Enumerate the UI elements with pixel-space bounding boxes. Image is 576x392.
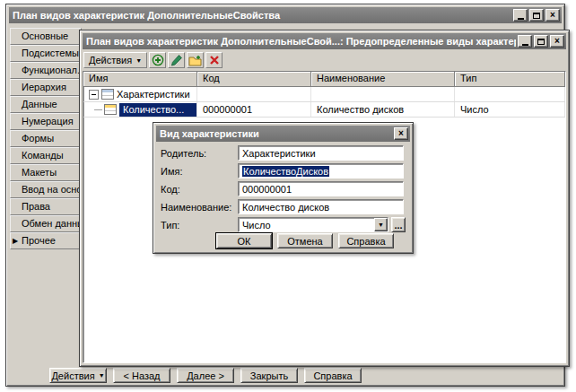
minimize-button[interactable] [513, 9, 528, 22]
item-description-cell[interactable]: Количество дисков [311, 102, 455, 117]
toolbar-actions-button[interactable]: Действия ▼ [83, 52, 147, 68]
main-window-title: План видов характеристик ДополнительныеС… [13, 10, 511, 21]
help-button[interactable]: Справка [338, 233, 394, 248]
name-field[interactable]: КоличествоДисков [238, 163, 404, 179]
characteristic-kind-dialog: Вид характеристики × Родитель: Характери… [153, 122, 414, 254]
tab-item[interactable]: Данные [10, 96, 82, 113]
code-field-label: Код: [161, 184, 231, 195]
item-name-cell[interactable]: Количество... [83, 102, 197, 117]
screen: План видов характеристик ДополнительныеС… [0, 0, 576, 392]
tab-item[interactable]: Подсистемы [10, 45, 82, 62]
group-code-cell[interactable] [197, 87, 311, 101]
tab-item[interactable]: Команды [10, 147, 82, 164]
tab-item[interactable]: Основные [10, 28, 82, 45]
item-code-cell[interactable]: 000000001 [197, 102, 311, 117]
dialog-title: Вид характеристики [160, 128, 392, 139]
dialog-close-button[interactable]: × [394, 127, 408, 140]
description-field-row: Наименование: Количество дисков [161, 199, 406, 214]
maximize-button[interactable] [529, 9, 544, 22]
actions-button-label: Действия [51, 370, 94, 381]
tree-connector [94, 109, 102, 110]
column-header-description[interactable]: Наименование [311, 72, 455, 87]
type-choose-button[interactable]: ... [391, 217, 406, 232]
selected-tab-arrow-icon: ▶ [13, 237, 18, 246]
tab-item[interactable]: Функционал... [10, 62, 82, 79]
selected-item-name[interactable]: Количество... [119, 103, 196, 117]
column-header-type[interactable]: Тип [455, 72, 565, 87]
type-field-row: Тип: Число ▼ ... [161, 217, 406, 232]
table-header: Имя Код Наименование Тип [83, 72, 565, 87]
table-row-group[interactable]: Характеристики [83, 87, 565, 102]
minimize-icon [522, 44, 528, 46]
parent-field[interactable]: Характеристики [238, 145, 404, 161]
name-field-label: Имя: [161, 166, 231, 177]
tab-column: Основные Подсистемы Функционал... Иерарх… [10, 28, 82, 249]
next-button[interactable]: Далее > [177, 368, 234, 383]
type-combobox[interactable]: Число ▼ [238, 217, 388, 232]
code-field-row: Код: 000000001 [161, 181, 406, 196]
minimize-button[interactable] [518, 35, 532, 48]
group-type-cell[interactable] [455, 87, 565, 101]
group-name-cell[interactable]: Характеристики [83, 87, 197, 101]
maximize-icon [533, 13, 540, 19]
parent-field-row: Родитель: Характеристики [161, 145, 406, 161]
back-button[interactable]: < Назад [113, 368, 170, 383]
type-dropdown-button[interactable]: ▼ [374, 218, 388, 231]
maximize-icon [537, 39, 545, 45]
group-description-cell[interactable] [311, 87, 455, 101]
tab-item-selected[interactable]: ▶ Прочее [10, 232, 82, 249]
close-icon: × [550, 11, 555, 20]
actions-button[interactable]: Действия ▼ [49, 368, 107, 383]
pencil-icon [170, 54, 183, 66]
item-type-cell[interactable]: Число [455, 102, 565, 117]
code-field[interactable]: 000000001 [238, 181, 404, 196]
tab-item[interactable]: Обмен данны... [10, 215, 82, 232]
add-button[interactable] [149, 52, 166, 68]
tab-item[interactable]: Макеты [10, 164, 82, 181]
add-folder-icon [188, 55, 202, 66]
group-icon [101, 89, 114, 100]
tab-item[interactable]: Формы [10, 130, 82, 147]
description-field-label: Наименование: [161, 202, 231, 213]
dialog-button-bar: ОК Отмена Справка [216, 233, 394, 248]
description-field[interactable]: Количество дисков [238, 199, 404, 214]
column-header-code[interactable]: Код [197, 72, 311, 87]
close-icon: × [398, 129, 404, 138]
close-window-button[interactable]: Закрыть [240, 368, 298, 383]
main-window-titlebar[interactable]: План видов характеристик ДополнительныеС… [9, 7, 562, 23]
edit-button[interactable] [168, 52, 185, 68]
wizard-button-bar: Действия ▼ < Назад Далее > Закрыть Справ… [49, 368, 362, 383]
tab-item[interactable]: Иерархия [10, 79, 82, 96]
parent-field-label: Родитель: [161, 148, 231, 159]
tab-item[interactable]: Нумерация [10, 113, 82, 130]
column-header-name[interactable]: Имя [83, 72, 197, 87]
delete-button[interactable] [205, 52, 223, 68]
table-row-selected[interactable]: Количество... 000000001 Количество диско… [83, 102, 565, 118]
chevron-down-icon: ▼ [378, 222, 384, 228]
group-name-label: Характеристики [117, 89, 190, 100]
tab-item[interactable]: Ввод на осно... [10, 181, 82, 198]
dropdown-arrow-icon: ▼ [135, 57, 142, 64]
close-icon: × [554, 37, 560, 46]
cancel-button[interactable]: Отмена [277, 233, 333, 248]
maximize-button[interactable] [534, 35, 548, 48]
list-window-titlebar[interactable]: План видов характеристик ДополнительныеС… [83, 33, 566, 49]
list-toolbar: Действия ▼ [83, 51, 223, 69]
close-button[interactable]: × [550, 35, 564, 48]
toolbar-actions-label: Действия [89, 55, 132, 65]
add-group-button[interactable] [187, 52, 204, 68]
dropdown-arrow-icon: ▼ [99, 372, 105, 379]
dialog-titlebar[interactable]: Вид характеристики × [156, 126, 410, 142]
selected-text: КоличествоДисков [242, 166, 329, 177]
tab-item-label: Прочее [22, 235, 56, 246]
list-window-title: План видов характеристик ДополнительныеС… [86, 36, 516, 47]
ok-button[interactable]: ОК [216, 233, 272, 248]
help-button[interactable]: Справка [304, 368, 362, 383]
item-icon [104, 104, 117, 115]
minimize-icon [518, 18, 524, 20]
type-value: Число [242, 220, 271, 231]
close-button[interactable]: × [545, 9, 560, 22]
tab-item[interactable]: Права [10, 198, 82, 215]
type-field-label: Тип: [161, 220, 231, 231]
collapse-icon[interactable] [89, 90, 99, 100]
